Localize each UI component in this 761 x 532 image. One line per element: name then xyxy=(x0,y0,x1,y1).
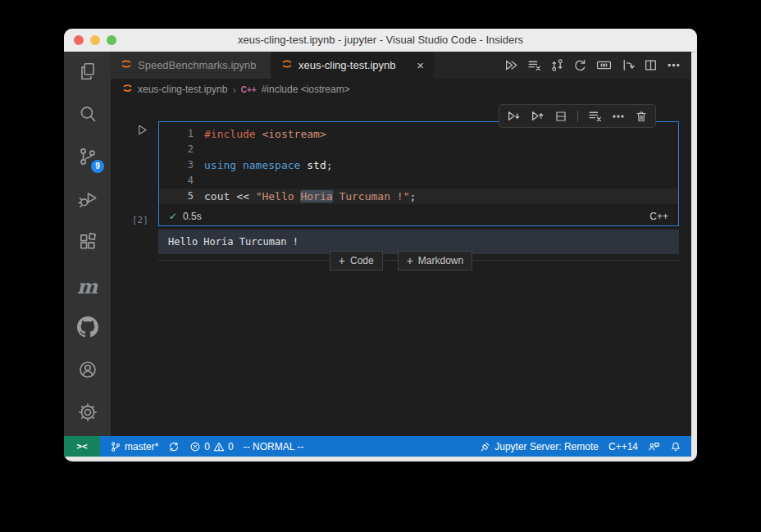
plus-icon: + xyxy=(407,254,413,267)
jupyter-icon xyxy=(281,58,293,72)
notebook: [2] 1#include <iostream>23using namespac… xyxy=(111,100,691,436)
cell-duration: 0.5s xyxy=(183,211,202,222)
code-text[interactable]: cout << "Hello Horia Turcuman !"; xyxy=(204,189,416,204)
export-notebook-icon[interactable] xyxy=(621,58,635,72)
run-all-icon[interactable] xyxy=(504,58,518,72)
plus-icon: + xyxy=(339,254,345,267)
warning-count: 0 xyxy=(228,441,234,452)
sidebar-item-github[interactable] xyxy=(64,307,111,350)
debug-icon xyxy=(77,189,98,213)
bell-icon xyxy=(670,441,681,452)
source-control-badge: 9 xyxy=(91,160,104,173)
more-actions-icon[interactable] xyxy=(667,58,681,72)
jupyter-icon xyxy=(121,58,132,72)
code-token: ; xyxy=(326,159,333,171)
cell-toolbar xyxy=(499,104,656,128)
status-bar: >< master* 0 0 -- NORMAL -- xyxy=(64,436,691,457)
error-icon xyxy=(189,441,201,452)
code-token: std xyxy=(307,159,326,171)
cell-language-picker[interactable]: C++ xyxy=(649,211,668,222)
code-text[interactable]: using namespace std; xyxy=(204,157,333,173)
code-lines[interactable]: 1#include <iostream>23using namespace st… xyxy=(159,122,678,207)
code-cell: 1#include <iostream>23using namespace st… xyxy=(158,121,679,226)
error-count: 0 xyxy=(204,441,210,452)
sidebar-item-explorer[interactable] xyxy=(64,52,111,94)
branch-icon xyxy=(110,441,121,452)
more-cell-actions-icon[interactable] xyxy=(612,110,625,123)
code-token: namespace xyxy=(243,159,300,171)
add-code-cell-button[interactable]: + Code xyxy=(330,251,383,271)
sync-status[interactable] xyxy=(163,436,185,457)
code-token: cout xyxy=(204,190,230,202)
gear-icon xyxy=(77,402,98,426)
variables-icon[interactable] xyxy=(596,58,612,72)
sidebar-item-run-debug[interactable] xyxy=(64,180,111,222)
files-icon xyxy=(77,61,98,85)
execute-above-icon[interactable] xyxy=(531,109,545,123)
line-number: 5 xyxy=(159,189,204,204)
sidebar-item-source-control[interactable]: 9 xyxy=(64,137,111,180)
activity-bar: 9 m xyxy=(64,52,111,436)
close-tab-icon[interactable]: × xyxy=(415,59,426,71)
code-token: #include xyxy=(204,128,256,140)
sidebar-item-accounts[interactable] xyxy=(64,350,111,393)
cpp-standard-label: C++14 xyxy=(608,441,638,452)
search-icon xyxy=(77,103,98,128)
code-token: <iostream> xyxy=(262,128,326,140)
vscode-content: 9 m xyxy=(64,52,691,457)
delete-cell-icon[interactable] xyxy=(635,110,648,123)
breadcrumb-symbol[interactable]: #include <iostream> xyxy=(262,84,350,95)
branch-name: master* xyxy=(125,441,158,452)
code-line[interactable]: 5cout << "Hello Horia Turcuman !"; xyxy=(159,189,678,204)
line-number: 2 xyxy=(159,142,204,157)
jupyter-server-label: Jupyter Server: Remote xyxy=(494,441,599,452)
sidebar-item-settings[interactable] xyxy=(64,393,111,435)
sidebar-item-extensions[interactable] xyxy=(64,222,111,265)
cpp-standard-selector[interactable]: C++14 xyxy=(604,436,643,457)
tab-bar: SpeedBenchmarks.ipynb xeus-cling-test.ip… xyxy=(111,52,691,79)
add-code-label: Code xyxy=(350,255,374,266)
breadcrumb-file[interactable]: xeus-cling-test.ipynb xyxy=(138,84,227,95)
output-text: Hello Horia Turcuman ! xyxy=(168,236,298,248)
title-bar: xeus-cling-test.ipynb - jupyter - Visual… xyxy=(64,29,697,52)
line-number: 3 xyxy=(159,157,204,173)
split-cell-icon[interactable] xyxy=(554,110,567,123)
code-line[interactable]: 3using namespace std; xyxy=(159,157,678,173)
add-markdown-cell-button[interactable]: + Markdown xyxy=(398,251,473,271)
feedback-icon xyxy=(648,441,660,452)
code-text[interactable]: #include <iostream> xyxy=(204,126,326,142)
editor-area: SpeedBenchmarks.ipynb xeus-cling-test.ip… xyxy=(111,52,691,436)
vim-mode-indicator[interactable]: -- NORMAL -- xyxy=(239,436,309,457)
notifications-button[interactable] xyxy=(665,436,686,457)
problems-status[interactable]: 0 0 xyxy=(185,436,238,457)
remote-icon: >< xyxy=(76,441,87,452)
run-cell-button[interactable] xyxy=(136,124,148,139)
code-line[interactable]: 4 xyxy=(159,173,678,189)
sidebar-item-m-extension[interactable]: m xyxy=(64,265,111,307)
undo-icon[interactable] xyxy=(573,58,587,72)
tab-xeus-cling-test[interactable]: xeus-cling-test.ipynb × xyxy=(271,52,434,79)
plug-icon xyxy=(480,441,491,452)
code-token: Turcuman !" xyxy=(333,190,410,202)
window-title: xeus-cling-test.ipynb - jupyter - Visual… xyxy=(64,29,697,52)
sync-icon xyxy=(168,441,180,452)
clear-all-outputs-icon[interactable] xyxy=(527,58,541,72)
breadcrumb-separator: › xyxy=(232,84,235,96)
insert-buttons: + Code + Markdown xyxy=(111,251,691,271)
code-line[interactable]: 1#include <iostream> xyxy=(159,126,678,142)
jupyter-server-status[interactable]: Jupyter Server: Remote xyxy=(475,436,604,457)
tab-speedbenchmarks[interactable]: SpeedBenchmarks.ipynb xyxy=(111,52,271,79)
git-branch-status[interactable]: master* xyxy=(105,436,163,457)
m-logo-icon: m xyxy=(77,275,98,298)
code-token: Horia xyxy=(300,190,332,202)
jupyter-icon xyxy=(122,83,133,96)
restart-kernel-icon[interactable] xyxy=(550,58,564,72)
split-editor-icon[interactable] xyxy=(644,58,658,72)
code-line[interactable]: 2 xyxy=(159,142,678,157)
remote-indicator[interactable]: >< xyxy=(64,436,100,457)
execute-below-icon[interactable] xyxy=(507,109,521,123)
clear-cell-outputs-icon[interactable] xyxy=(588,109,602,123)
tab-label: xeus-cling-test.ipynb xyxy=(298,59,396,71)
sidebar-item-search[interactable] xyxy=(64,94,111,137)
feedback-button[interactable] xyxy=(643,436,665,457)
